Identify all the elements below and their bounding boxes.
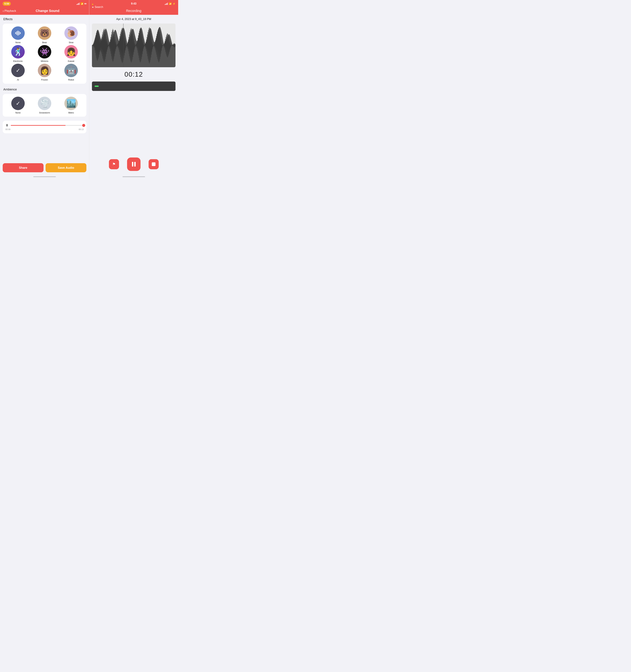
- effect-label-robot: Robot: [68, 78, 74, 81]
- minions-emoji: 👾: [40, 47, 49, 56]
- right-home-indicator: [123, 176, 145, 177]
- ambience-label-none: None: [15, 112, 21, 114]
- ambience-snowstorm[interactable]: 🌪️ Snowstorm: [32, 97, 57, 114]
- effect-circle-minions: 👾: [38, 45, 51, 58]
- effect-circle-ai: ✓: [11, 64, 25, 77]
- save-audio-button[interactable]: Save Audio: [46, 163, 87, 172]
- right-header: 9:43 📶 ⚡ ◂ Search Recording: [89, 0, 178, 15]
- waveform-svg: [92, 24, 175, 67]
- effect-bear[interactable]: 🐻 Bear: [32, 26, 57, 44]
- effect-circle-none: [11, 26, 25, 40]
- recording-content: Apr 4, 2023 at 9_43_18 PM 00:12: [89, 15, 178, 175]
- effects-label: Effects: [3, 18, 87, 21]
- bottom-buttons: Share Save Audio: [0, 163, 89, 175]
- pause-record-button[interactable]: [127, 158, 141, 171]
- back-arrow-icon: ‹: [3, 9, 4, 13]
- right-battery-icon: ⚡: [173, 2, 175, 5]
- effect-circle-bear: 🐻: [38, 26, 51, 40]
- time-display: 5:59: [3, 2, 11, 6]
- effect-frozen[interactable]: 👩 Frozen: [32, 64, 57, 81]
- page-title: Change Sound: [19, 9, 76, 13]
- kawaii-emoji: 👧: [66, 47, 76, 56]
- ambience-label-snowstorm: Snowstorm: [39, 112, 50, 114]
- time-labels: 00:09 00:13: [5, 128, 84, 130]
- progress-bar[interactable]: [11, 125, 84, 126]
- effect-label-electronic: Electronic: [13, 60, 23, 62]
- right-signal-icon: [165, 2, 168, 5]
- home-indicator: [33, 176, 56, 177]
- effect-electronic[interactable]: 🕺 Electronic: [5, 45, 31, 62]
- status-bar-left: 5:59 📶: [0, 0, 89, 7]
- effect-circle-kawaii: 👧: [64, 45, 78, 58]
- frozen-emoji: 👩: [40, 66, 49, 75]
- pause-icon: [132, 162, 136, 167]
- ambience-metro[interactable]: 🏙️ Metro: [58, 97, 84, 114]
- right-time: 9:43: [131, 2, 136, 5]
- ambience-circle-snowstorm: 🌪️: [38, 97, 51, 110]
- effect-label-ai: AI: [17, 78, 19, 81]
- bear-emoji: 🐻: [40, 29, 49, 38]
- right-status-icons: 📶 ⚡: [165, 2, 175, 5]
- effect-circle-slow: 🐌: [64, 26, 78, 40]
- wave-icon: [15, 30, 21, 35]
- signal-icon: [76, 2, 79, 5]
- progress-fill: [11, 125, 66, 126]
- timer-display: 00:12: [89, 67, 178, 81]
- share-button[interactable]: Share: [3, 163, 44, 172]
- audio-level-bar: [92, 81, 175, 91]
- effect-minions[interactable]: 👾 Minions: [32, 45, 57, 62]
- stop-button[interactable]: [149, 159, 159, 169]
- status-icons-right: 📶: [76, 2, 87, 5]
- effect-none[interactable]: None: [5, 26, 31, 44]
- snail-emoji: 🐌: [66, 29, 76, 38]
- electronic-emoji: 🕺: [13, 47, 23, 56]
- status-bar-right: 9:43 📶 ⚡: [89, 0, 178, 7]
- playback-pause-button[interactable]: ⏸: [5, 123, 9, 127]
- ambience-none[interactable]: ✓ None: [5, 97, 31, 114]
- left-content: Effects None 🐻: [0, 15, 89, 163]
- effect-label-slow: Slow: [69, 41, 73, 44]
- flag-icon: ⚑: [112, 162, 116, 166]
- effect-label-none: None: [15, 41, 21, 44]
- effect-circle-frozen: 👩: [38, 64, 51, 77]
- robot-emoji: 🤖: [66, 66, 76, 75]
- record-controls: ⚑: [89, 153, 178, 175]
- effect-circle-robot: 🤖: [64, 64, 78, 77]
- stop-icon: [152, 162, 155, 166]
- check-icon-ambience-none: ✓: [16, 100, 20, 106]
- ambience-label: Ambience: [3, 88, 87, 91]
- check-icon-ai: ✓: [16, 67, 20, 74]
- effect-ai[interactable]: ✓ AI: [5, 64, 31, 81]
- waveform-container[interactable]: [92, 24, 175, 67]
- right-wifi-icon: 📶: [169, 2, 172, 5]
- total-time: 00:13: [79, 128, 84, 130]
- battery-icon: [84, 3, 87, 4]
- effect-label-kawaii: Kawaii: [68, 60, 74, 62]
- left-panel: 5:59 📶 ‹ Playback Change Sound E: [0, 0, 89, 179]
- recording-date-title: Apr 4, 2023 at 9_43_18 PM: [89, 15, 178, 24]
- recording-header-title: Recording: [126, 9, 141, 13]
- effect-label-frozen: Frozen: [41, 78, 48, 81]
- ambience-circle-none: ✓: [11, 97, 25, 110]
- effect-label-minions: Minions: [41, 60, 48, 62]
- right-panel: 9:43 📶 ⚡ ◂ Search Recording: [89, 0, 178, 179]
- progress-thumb[interactable]: [82, 124, 85, 127]
- effect-kawaii[interactable]: 👧 Kawaii: [58, 45, 84, 62]
- level-indicator: [95, 86, 99, 87]
- nav-bar: ‹ Playback Change Sound: [3, 9, 87, 13]
- flag-button[interactable]: ⚑: [109, 159, 119, 169]
- effect-label-bear: Bear: [42, 41, 47, 44]
- current-time: 00:09: [5, 128, 10, 130]
- ambience-grid: ✓ None 🌪️ Snowstorm 🏙️ Metro: [3, 94, 87, 117]
- playback-section: ⏸ 00:09 00:13: [3, 121, 87, 133]
- ambience-label-metro: Metro: [68, 112, 74, 114]
- back-label: Playback: [4, 9, 16, 13]
- orange-dot: [92, 4, 93, 5]
- effect-robot[interactable]: 🤖 Robot: [58, 64, 84, 81]
- back-button[interactable]: ‹ Playback: [3, 9, 16, 13]
- effect-circle-electronic: 🕺: [11, 45, 25, 58]
- effect-slow[interactable]: 🐌 Slow: [58, 26, 84, 44]
- ambience-circle-metro: 🏙️: [64, 97, 78, 110]
- left-header: 5:59 📶 ‹ Playback Change Sound: [0, 0, 89, 15]
- snowstorm-emoji: 🌪️: [40, 99, 49, 108]
